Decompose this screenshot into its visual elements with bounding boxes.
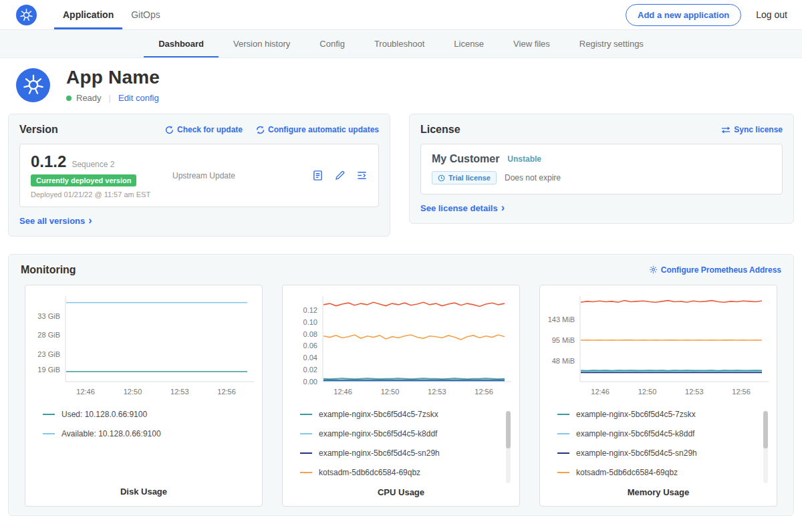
app-header: App Name Ready | Edit config	[0, 58, 802, 114]
svg-text:12:46: 12:46	[76, 388, 95, 396]
legend-scrollbar[interactable]	[506, 411, 511, 483]
chevron-right-icon: ›	[88, 215, 92, 226]
configure-prometheus-label: Configure Prometheus Address	[661, 265, 781, 275]
svg-text:12:53: 12:53	[170, 388, 189, 396]
disk-usage-legend: Used: 10.128.0.66:9100Available: 10.128.…	[32, 410, 255, 448]
see-license-details-label: See license details	[420, 203, 498, 213]
disk-usage-chart: 33 GiB28 GiB23 GiB19 GiB12:4612:5012:531…	[25, 285, 263, 507]
view-diff-icon[interactable]	[312, 170, 323, 181]
subnav-tab-dashboard[interactable]: Dashboard	[144, 30, 219, 57]
legend-label: example-nginx-5bc6f5d4c5-sn29h	[319, 448, 440, 458]
legend-item: example-nginx-5bc6f5d4c5-7zskx	[557, 410, 770, 419]
svg-text:12:50: 12:50	[638, 388, 657, 396]
memory-usage-plot: 143 MiB95 MiB48 MiB12:4612:5012:5312:56	[547, 293, 770, 402]
subnav-tab-version-history[interactable]: Version history	[219, 30, 305, 57]
license-type-badge: Trial license	[432, 171, 497, 184]
svg-text:0.08: 0.08	[303, 329, 317, 338]
refresh-icon	[165, 126, 174, 134]
svg-text:33 GiB: 33 GiB	[37, 311, 60, 319]
svg-text:12:50: 12:50	[124, 388, 142, 396]
license-card-title: License	[420, 124, 460, 136]
legend-label: example-nginx-5bc6f5d4c5-sn29h	[576, 448, 697, 458]
check-for-update-label: Check for update	[177, 125, 243, 134]
deploy-logs-icon[interactable]	[356, 170, 368, 181]
subnav-tab-view-files[interactable]: View files	[499, 30, 565, 57]
svg-text:12:56: 12:56	[217, 388, 236, 396]
memory-usage-legend: example-nginx-5bc6f5d4c5-7zskxexample-ng…	[547, 410, 770, 487]
subnav-tab-registry-settings[interactable]: Registry settings	[565, 30, 658, 57]
see-all-versions-label: See all versions	[19, 216, 85, 226]
subnav-tab-config[interactable]: Config	[305, 30, 360, 57]
svg-text:143 MiB: 143 MiB	[548, 315, 575, 323]
svg-text:0.04: 0.04	[303, 354, 317, 362]
sync-license-label: Sync license	[734, 125, 783, 134]
configure-prometheus-link[interactable]: Configure Prometheus Address	[649, 265, 781, 275]
legend-label: example-nginx-5bc6f5d4c5-k8ddf	[576, 429, 694, 438]
topnav-spacer	[169, 0, 626, 29]
monitoring-card: Monitoring Configure Prometheus Address …	[8, 254, 794, 516]
app-subnav: DashboardVersion historyConfigTroublesho…	[0, 30, 802, 58]
topnav-tab-gitops[interactable]: GitOps	[122, 0, 169, 29]
edit-config-icon[interactable]	[334, 170, 346, 181]
svg-text:12:56: 12:56	[732, 388, 751, 396]
deployed-badge: Currently deployed version	[31, 174, 136, 186]
sync-icon	[721, 126, 730, 134]
clock-icon	[438, 174, 445, 182]
svg-text:28 GiB: 28 GiB	[37, 331, 60, 339]
deployed-timestamp: Deployed 01/21/22 @ 11:57 am EST	[31, 190, 159, 198]
svg-text:12:50: 12:50	[381, 388, 400, 396]
legend-swatch-icon	[43, 433, 55, 434]
cards-row: Version Check for update Configure autom…	[0, 114, 802, 237]
svg-text:48 MiB: 48 MiB	[552, 356, 575, 364]
legend-swatch-icon	[557, 452, 569, 454]
see-all-versions-link[interactable]: See all versions ›	[19, 215, 92, 226]
chart-title: CPU Usage	[289, 487, 513, 499]
topnav-tab-application[interactable]: Application	[54, 0, 122, 29]
svg-text:12:53: 12:53	[428, 388, 446, 396]
sync-license-link[interactable]: Sync license	[721, 125, 783, 134]
svg-text:0.12: 0.12	[303, 306, 317, 314]
legend-item: Used: 10.128.0.66:9100	[43, 410, 255, 419]
svg-text:12:56: 12:56	[475, 388, 493, 396]
legend-swatch-icon	[300, 414, 312, 415]
subnav-tab-license[interactable]: License	[439, 30, 499, 57]
svg-text:23 GiB: 23 GiB	[37, 350, 60, 358]
configure-updates-link[interactable]: Configure automatic updates	[256, 125, 379, 134]
legend-swatch-icon	[557, 472, 569, 473]
legend-item: example-nginx-5bc6f5d4c5-sn29h	[557, 448, 770, 458]
license-type-label: Trial license	[448, 174, 491, 182]
cpu-usage-plot: 0.120.100.080.060.040.020.0012:4612:5012…	[289, 293, 513, 402]
chevron-right-icon: ›	[501, 203, 505, 213]
add-application-button[interactable]: Add a new application	[626, 4, 741, 26]
svg-text:0.10: 0.10	[303, 317, 317, 325]
check-for-update-link[interactable]: Check for update	[165, 125, 243, 134]
gear-icon	[649, 265, 658, 274]
memory-usage-chart: 143 MiB95 MiB48 MiB12:4612:5012:5312:56 …	[539, 285, 777, 507]
line-chart-svg: 143 MiB95 MiB48 MiB12:4612:5012:5312:56	[547, 293, 770, 399]
svg-text:95 MiB: 95 MiB	[552, 336, 575, 344]
logout-button[interactable]: Log out	[756, 9, 787, 20]
see-license-details-link[interactable]: See license details ›	[420, 203, 505, 213]
edit-config-link[interactable]: Edit config	[118, 93, 159, 103]
scrollbar-thumb[interactable]	[506, 411, 511, 448]
legend-scrollbar[interactable]	[763, 411, 768, 483]
app-title: App Name	[66, 67, 160, 88]
legend-swatch-icon	[557, 433, 569, 434]
chart-title: Disk Usage	[32, 487, 255, 499]
channel-label: Unstable	[507, 154, 541, 164]
legend-label: Available: 10.128.0.66:9100	[61, 429, 161, 438]
upstream-update-label: Upstream Update	[172, 171, 235, 180]
line-chart-svg: 0.120.100.080.060.040.020.0012:4612:5012…	[289, 293, 513, 399]
legend-label: example-nginx-5bc6f5d4c5-7zskx	[576, 410, 696, 419]
legend-item: example-nginx-5bc6f5d4c5-k8ddf	[557, 429, 770, 438]
status-divider: |	[109, 93, 111, 103]
scrollbar-thumb[interactable]	[763, 411, 768, 448]
legend-label: kotsadm-5db6dc6584-69qbz	[319, 468, 420, 477]
svg-text:0.00: 0.00	[303, 377, 317, 385]
legend-swatch-icon	[300, 433, 312, 434]
kubernetes-logo-icon	[16, 5, 37, 25]
subnav-tab-troubleshoot[interactable]: Troubleshoot	[360, 30, 439, 57]
line-chart-svg: 33 GiB28 GiB23 GiB19 GiB12:4612:5012:531…	[32, 293, 255, 399]
svg-text:0.02: 0.02	[303, 365, 317, 373]
cpu-usage-chart: 0.120.100.080.060.040.020.0012:4612:5012…	[282, 285, 520, 507]
